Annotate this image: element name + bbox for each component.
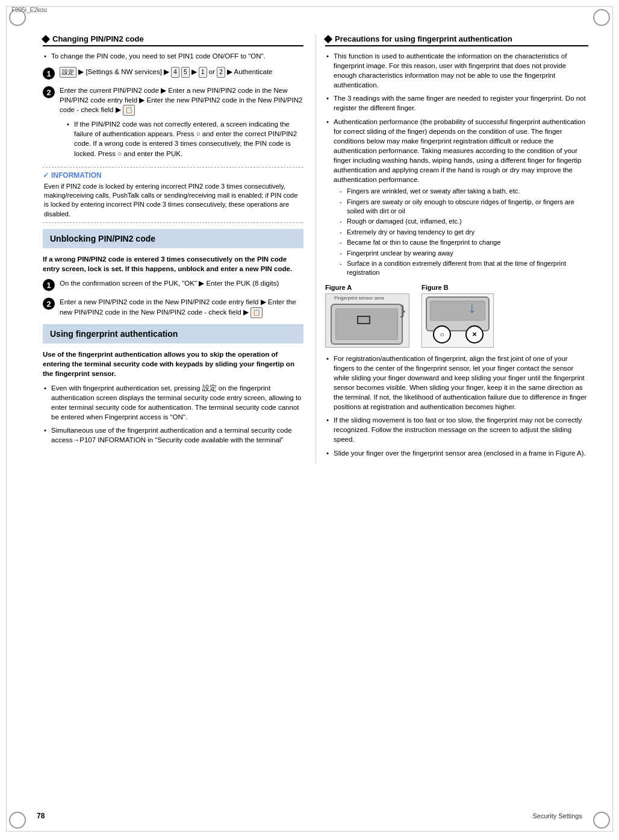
sensor-indicator (357, 316, 370, 324)
precautions-bullet2: The 3 readings with the same finger are … (325, 93, 588, 113)
left-column: Changing PIN/PIN2 code To change the PIN… (43, 34, 316, 464)
step-2-sub: If the PIN/PIN2 code was not correctly e… (66, 119, 303, 158)
fingerprint-title: Using fingerprint authentication (50, 329, 178, 339)
phone-outline-b (426, 296, 490, 331)
changing-pin-header: Changing PIN/PIN2 code (43, 34, 303, 46)
figures-row: Figure A Fingerprint sensor area } (325, 284, 588, 348)
unblocking-title: Unblocking PIN/PIN2 code (50, 234, 155, 243)
page-border: F905i_E2kou Changing PIN/PIN2 code To ch… (6, 6, 613, 832)
changing-pin-bullets: To change the PIN code, you need to set … (43, 51, 303, 61)
diamond-icon-1 (42, 34, 50, 43)
unblock-step-1-block: 1 On the confirmation screen of the PUK,… (43, 278, 303, 291)
corner-tl-circle (9, 9, 26, 26)
unblocking-bold-para: If a wrong PIN/PIN2 code is entered 3 ti… (43, 254, 303, 274)
info-content: Even if PIN2 code is locked by entering … (43, 182, 303, 219)
dash-list: Fingers are wrinkled, wet or sweaty afte… (338, 187, 588, 278)
info-label: ✓ INFORMATION (43, 171, 303, 180)
unblock-step-2-content: Enter a new PIN/PIN2 code in the New PIN… (60, 297, 303, 318)
precautions-more-bullets: For registration/authentication of finge… (325, 354, 588, 458)
corner-tr-circle (593, 9, 610, 26)
step-1-content: 設定 ▶ [Settings & NW services] ▶ 4 5 ▶ 1 … (60, 67, 273, 78)
phone-screen-a (335, 309, 398, 340)
precautions-bullet6: Slide your finger over the fingerprint s… (325, 448, 588, 458)
key-1: 1 (199, 67, 207, 78)
unblock-step-2-block: 2 Enter a new PIN/PIN2 code in the New P… (43, 297, 303, 318)
figure-a-image: Fingerprint sensor area } (325, 293, 409, 348)
info-check-icon: ✓ (43, 171, 49, 180)
content-area: Changing PIN/PIN2 code To change the PIN… (13, 13, 606, 488)
step-2-content: Enter the current PIN/PIN2 code ▶ Enter … (60, 86, 303, 161)
fingerprint-bullet1: Even with fingerprint authentication set… (43, 383, 303, 422)
right-column: Precautions for using fingerprint authen… (316, 34, 588, 464)
dash-item-2: Rough or damaged (cut, inflamed, etc.) (338, 217, 588, 226)
corner-br-circle (593, 812, 610, 829)
info-title: INFORMATION (51, 171, 102, 180)
changing-pin-bullet1: To change the PIN code, you need to set … (43, 51, 303, 61)
unblock-step-1-num: 1 (43, 279, 55, 291)
figure-b-image: ↓ ○ × (421, 293, 494, 348)
key-2: 2 (217, 67, 225, 78)
figure-a-block: Figure A Fingerprint sensor area } (325, 284, 409, 348)
x-circle: × (465, 325, 484, 343)
dash-item-6: Surface in a condition extremely differe… (338, 259, 588, 278)
info-box: ✓ INFORMATION Even if PIN2 code is locke… (43, 167, 303, 224)
step-1-num: 1 (43, 67, 55, 80)
dash-item-5: Fingerprint unclear by wearing away (338, 249, 588, 258)
fingerprint-bold-para: Use of the fingerprint authentication al… (43, 349, 303, 378)
figure-b-label: Figure B (421, 284, 494, 291)
footer-section-label: Security Settings (532, 812, 582, 820)
phone-outline-a (331, 304, 403, 345)
confirm-key: 📋 (123, 105, 135, 116)
confirm-key-2: 📋 (250, 307, 263, 318)
fp-sensor-label: Fingerprint sensor area (334, 295, 384, 301)
dash-item-4: Became fat or thin to cause the fingerpr… (338, 238, 588, 247)
fingerprint-bullets: Even with fingerprint authentication set… (43, 383, 303, 445)
dash-item-3: Extremely dry or having tendency to get … (338, 228, 588, 237)
key-4: 4 (171, 67, 179, 78)
unblock-step-1-content: On the confirmation screen of the PUK, "… (60, 278, 279, 288)
diamond-icon-2 (324, 34, 332, 43)
figure-a-label: Figure A (325, 284, 409, 291)
precautions-title: Precautions for using fingerprint authen… (335, 34, 512, 43)
fingerprint-section-box: Using fingerprint authentication (43, 324, 303, 343)
step-2-sub-bullet: If the PIN/PIN2 code was not correctly e… (66, 119, 303, 158)
precautions-bullet3: Authentication performance (the probabil… (325, 117, 588, 278)
precautions-bullet4: For registration/authentication of finge… (325, 354, 588, 412)
precautions-bullets: This function is used to authenticate th… (325, 51, 588, 278)
phone-screen-b (430, 301, 485, 321)
figure-b-block: Figure B ↓ ○ × (421, 284, 494, 348)
changing-pin-title: Changing PIN/PIN2 code (52, 34, 144, 43)
fingerprint-bullet2: Simultaneous use of the fingerprint auth… (43, 425, 303, 445)
precautions-bullet3-text: Authentication performance (the probabil… (334, 118, 585, 184)
page-number: 78 (37, 812, 45, 820)
page-footer: 78 Security Settings (37, 812, 582, 820)
corner-bl-circle (9, 812, 26, 829)
step-1-text: 設定 ▶ [Settings & NW services] ▶ 4 5 ▶ 1 … (60, 68, 273, 75)
arrow-down-icon: ↓ (468, 298, 476, 317)
dash-item-1: Fingers are sweaty or oily enough to obs… (338, 198, 588, 216)
step-1-block: 1 設定 ▶ [Settings & NW services] ▶ 4 5 ▶ … (43, 67, 303, 80)
precautions-bullet5: If the sliding movement is too fast or t… (325, 415, 588, 444)
menu-key: 設定 (60, 67, 76, 78)
key-5: 5 (181, 67, 190, 78)
step-2-block: 2 Enter the current PIN/PIN2 code ▶ Ente… (43, 86, 303, 161)
unblocking-section-box: Unblocking PIN/PIN2 code (43, 229, 303, 248)
dash-item-0: Fingers are wrinkled, wet or sweaty afte… (338, 187, 588, 196)
sensor-bracket: } (400, 302, 405, 318)
step-2-num: 2 (43, 86, 55, 98)
ok-circle: ○ (433, 325, 451, 343)
precautions-header: Precautions for using fingerprint authen… (325, 34, 588, 46)
precautions-bullet1: This function is used to authenticate th… (325, 51, 588, 90)
unblock-step-2-num: 2 (43, 298, 55, 310)
